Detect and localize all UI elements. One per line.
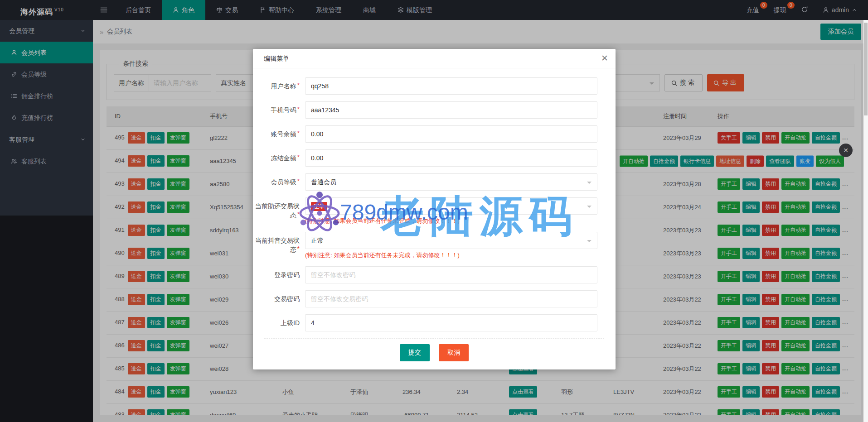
select-value: 正常 (311, 237, 324, 244)
field-main: 正常(特别注意: 如果会员当前还有任务未完成，请勿修改！！！) (305, 232, 597, 259)
field-label: 当前助还交易状态* (253, 197, 305, 225)
field-label: 用户名称* (253, 77, 305, 95)
input-3[interactable] (305, 149, 597, 167)
input-7[interactable] (305, 266, 597, 283)
field-warning: (特别注意: 如果会员当前还有任务未完成，请勿修改！！！) (305, 217, 597, 225)
form-row-2: 账号余额* (253, 125, 597, 143)
field-label: 登录密码 (253, 266, 305, 283)
field-main (305, 314, 597, 331)
form-row-6: 当前抖音交易状态*正常(特别注意: 如果会员当前还有任务未完成，请勿修改！！！) (253, 232, 597, 259)
field-main (305, 290, 597, 307)
field-main (305, 101, 597, 119)
field-main (305, 266, 597, 283)
select-5[interactable]: 正常 (305, 197, 597, 215)
select-4[interactable]: 普通会员 (305, 173, 597, 191)
select-value: 普通会员 (311, 178, 336, 186)
field-label: 交易密码 (253, 290, 305, 307)
chevron-down-icon (587, 206, 592, 210)
input-1[interactable] (305, 101, 597, 119)
field-warning: (特别注意: 如果会员当前还有任务未完成，请勿修改！！！) (305, 251, 597, 259)
form-row-1: 手机号码* (253, 101, 597, 119)
form-row-0: 用户名称* (253, 77, 597, 95)
form-row-8: 交易密码 (253, 290, 597, 307)
close-icon[interactable]: ✕ (601, 53, 608, 63)
scrollbar-thumb[interactable] (864, 23, 868, 115)
field-label: 会员等级* (253, 173, 305, 191)
edit-member-modal: 编辑菜单 ✕ 用户名称*手机号码*账号余额*冻结金额*会员等级*普通会员当前助还… (253, 49, 616, 369)
chevron-down-icon (587, 240, 592, 245)
required-asterisk: * (297, 245, 300, 252)
input-0[interactable] (305, 77, 597, 95)
field-main (305, 149, 597, 167)
field-main: 普通会员 (305, 173, 597, 191)
required-asterisk: * (297, 177, 300, 185)
input-8[interactable] (305, 290, 597, 307)
form-row-9: 上级ID (253, 314, 597, 331)
required-asterisk: * (297, 129, 300, 137)
form-row-4: 会员等级*普通会员 (253, 173, 597, 191)
field-main: 正常(特别注意: 如果会员当前还有任务未完成，请勿修改！！！) (305, 197, 597, 225)
form-row-7: 登录密码 (253, 266, 597, 283)
required-asterisk: * (297, 82, 300, 89)
submit-button[interactable]: 提交 (400, 344, 430, 361)
field-label: 手机号码* (253, 101, 305, 119)
vertical-scrollbar[interactable] (863, 20, 868, 422)
required-asterisk: * (297, 211, 300, 218)
field-label: 冻结金额* (253, 149, 305, 167)
required-asterisk: * (297, 153, 300, 161)
field-label: 上级ID (253, 314, 305, 331)
modal-footer: 提交 取消 (264, 338, 604, 369)
form-row-3: 冻结金额* (253, 149, 597, 167)
field-label: 账号余额* (253, 125, 305, 143)
field-main (305, 77, 597, 95)
input-2[interactable] (305, 125, 597, 143)
cancel-button[interactable]: 取消 (439, 344, 469, 361)
input-9[interactable] (305, 314, 597, 331)
required-asterisk: * (297, 106, 300, 113)
field-label: 当前抖音交易状态* (253, 232, 305, 259)
modal-title: 编辑菜单 (253, 49, 616, 68)
form-row-5: 当前助还交易状态*正常(特别注意: 如果会员当前还有任务未完成，请勿修改！！！) (253, 197, 597, 225)
status-badge: 正常 (311, 202, 327, 211)
select-6[interactable]: 正常 (305, 232, 597, 249)
chevron-down-icon (587, 182, 592, 186)
field-main (305, 125, 597, 143)
